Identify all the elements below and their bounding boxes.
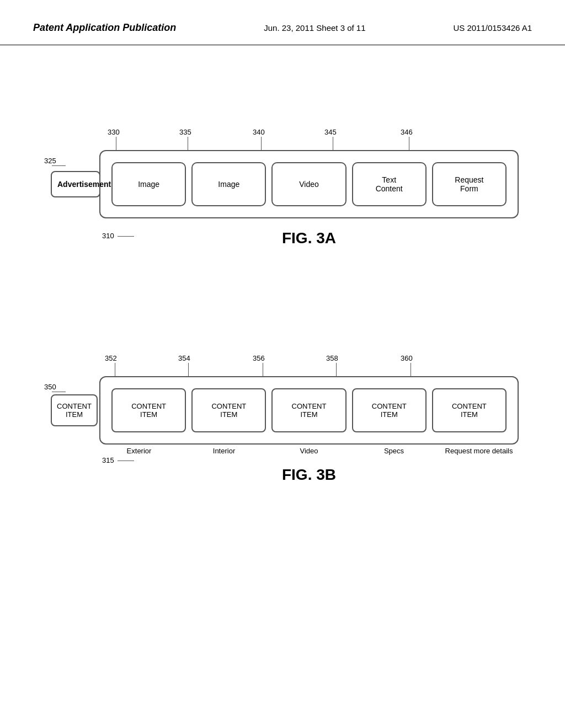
header-patent-number: US 2011/0153426 A1 [453,23,532,33]
callout-354: 354 [178,354,190,362]
sublabel-video: Video [269,447,349,455]
callout-346: 346 [401,128,413,136]
sublabel-request: Request more details [439,447,519,455]
callout-line-346 [409,137,409,150]
callout-line-330 [116,137,116,150]
callout-315: 315 [102,456,114,464]
sublabel-interior: Interior [184,447,264,455]
fig3b-outer-box: CONTENTITEM CONTENTITEM CONTENTITEM CONT… [99,376,519,445]
fig3b-item-request: CONTENTITEM [432,388,507,432]
callout-line-354 [188,363,189,376]
callout-325: 325 [44,157,56,165]
fig3b-item-exterior: CONTENTITEM [111,388,186,432]
callout-line-356 [263,363,263,376]
header-title: Patent Application Publication [33,22,176,34]
sublabel-exterior: Exterior [99,447,179,455]
fig3a-label: FIG. 3A [99,229,519,247]
callout-325-line [52,165,66,166]
fig3a-video-box: Video [271,162,346,206]
fig3a-image1-box: Image [111,162,186,206]
fig3b-container: 352 354 356 358 360 350 315 CONTENTITEM [44,354,519,484]
callout-315-line [118,461,134,461]
callout-356: 356 [253,354,265,362]
callout-352: 352 [105,354,117,362]
fig3b-item-specs: CONTENTITEM [352,388,427,432]
callout-line-335 [188,137,188,150]
callout-310-line [118,236,134,237]
callout-330: 330 [108,128,120,136]
callout-line-345 [333,137,333,150]
callout-358: 358 [326,354,338,362]
callout-line-352 [115,363,115,376]
callout-340: 340 [253,128,265,136]
fig3a-text-content-box: TextContent [352,162,427,206]
fig3a-outer-box: Advertisement Image Image Video TextCont… [99,150,519,218]
callout-350-line [52,392,66,392]
fig3b-standalone-box: CONTENTITEM [51,394,98,426]
callout-line-360 [411,363,411,376]
callout-line-340 [261,137,262,150]
advertisement-box: Advertisement [51,171,100,197]
header-date-sheet: Jun. 23, 2011 Sheet 3 of 11 [264,23,365,33]
callout-345: 345 [324,128,337,136]
callout-360: 360 [401,354,413,362]
fig3b-item-interior: CONTENTITEM [191,388,266,432]
fig3b-sublabels: Exterior Interior Video Specs Request mo… [99,447,519,455]
fig3a-container: 330 335 340 345 346 325 310 Advertisemen… [44,128,519,247]
page-header: Patent Application Publication Jun. 23, … [0,0,565,45]
fig3a-request-form-box: RequestForm [432,162,507,206]
fig3b-label: FIG. 3B [99,466,519,484]
callout-310: 310 [102,232,114,240]
fig3a-image2-box: Image [191,162,266,206]
callout-335: 335 [179,128,191,136]
sublabel-specs: Specs [354,447,434,455]
fig3b-item-video: CONTENTITEM [271,388,346,432]
callout-line-358 [336,363,337,376]
diagram-area: 330 335 340 345 346 325 310 Advertisemen… [0,45,565,724]
callout-350: 350 [44,383,56,391]
